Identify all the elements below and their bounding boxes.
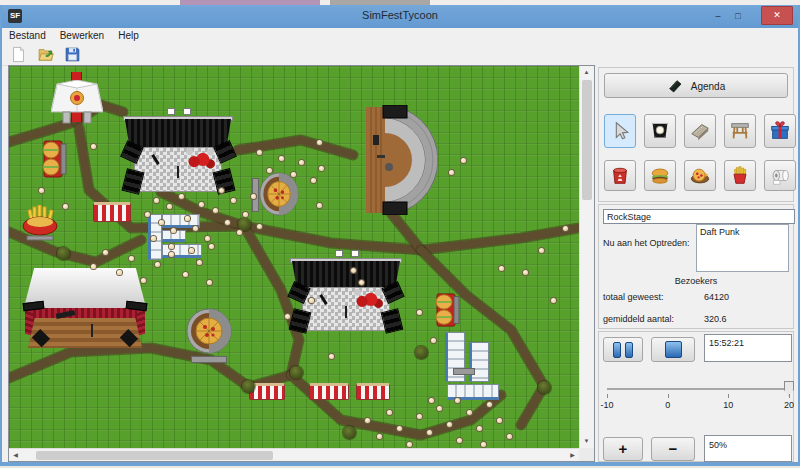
tool-select-button[interactable] [604, 114, 636, 148]
vertical-scroll-thumb[interactable] [582, 80, 592, 200]
tool-spotlight-button[interactable] [644, 114, 676, 148]
visitor-dot [243, 212, 248, 217]
close-button[interactable]: ✕ [761, 6, 793, 25]
info-group: Nu aan het Optreden: Daft Punk Bezoekers… [598, 204, 794, 329]
striped-stand[interactable] [93, 202, 131, 222]
title-bar[interactable]: SF SimFestTycoon – □ ✕ [2, 5, 798, 28]
visitor-dot [199, 202, 204, 207]
visitor-dot [237, 230, 242, 235]
toilet-v[interactable] [469, 342, 489, 382]
tool-gate-button[interactable] [724, 114, 756, 148]
stop-button[interactable] [651, 337, 695, 362]
main-stage[interactable] [286, 250, 406, 335]
visitor-dot [351, 268, 356, 273]
vertical-scrollbar[interactable]: ▲ ▼ [579, 66, 594, 448]
speed-slider[interactable]: -1001020 [607, 380, 789, 416]
tool-gift-button[interactable] [764, 114, 796, 148]
visitor-dot [154, 198, 159, 203]
stage-name-input[interactable] [603, 209, 795, 224]
visitor-dot [291, 172, 296, 177]
tool-burger-button[interactable] [644, 160, 676, 191]
scroll-left-icon[interactable]: ◀ [9, 449, 22, 462]
barn-stage[interactable] [23, 268, 147, 348]
zoom-out-button[interactable]: − [651, 437, 695, 461]
visitor-dot [467, 410, 472, 415]
visitor-dot [499, 266, 504, 271]
minimize-button[interactable]: – [709, 10, 727, 24]
visitor-dot [267, 168, 272, 173]
festival-map[interactable] [9, 66, 579, 448]
fries-stand[interactable] [21, 205, 61, 241]
cursor-icon [605, 120, 635, 142]
visitor-dot [257, 224, 262, 229]
visitor-dot [117, 270, 122, 275]
visitor-dot [539, 248, 544, 253]
visitor-dot [551, 298, 556, 303]
new-button[interactable] [8, 46, 28, 64]
visitor-dot [481, 442, 486, 447]
toilet-h[interactable] [162, 244, 202, 258]
menu-item-bestand[interactable]: Bestand [2, 28, 53, 41]
zoom-in-button[interactable]: + [603, 437, 643, 461]
scroll-up-icon[interactable]: ▲ [580, 66, 593, 79]
slider-tick-label: -10 [600, 400, 613, 410]
time-display: 15:52:21 [704, 334, 792, 362]
visitor-dot [279, 156, 284, 161]
tool-trash-button[interactable] [604, 160, 636, 191]
main-stage[interactable] [119, 108, 237, 196]
tool-fries-button[interactable] [724, 160, 756, 191]
menu-item-bewerken[interactable]: Bewerken [53, 28, 111, 41]
burger-stand[interactable] [429, 293, 463, 327]
slider-tick [728, 394, 729, 398]
save-button[interactable] [62, 46, 82, 64]
now-playing-list[interactable]: Daft Punk [696, 224, 789, 272]
toilet-h[interactable] [447, 384, 499, 400]
open-folder-icon [37, 51, 54, 66]
pizza-stand[interactable] [259, 172, 299, 216]
stop-icon [665, 341, 682, 358]
tool-road-button[interactable] [684, 114, 716, 148]
visitor-dot [329, 354, 334, 359]
new-file-icon [10, 51, 27, 66]
horizontal-scroll-thumb[interactable] [36, 451, 273, 460]
open-button[interactable] [35, 46, 55, 64]
tool-pizza-button[interactable] [684, 160, 716, 191]
striped-stand[interactable] [309, 383, 349, 400]
visitor-dot [309, 298, 314, 303]
spotlight-icon [645, 120, 675, 142]
maximize-button[interactable]: □ [729, 10, 747, 24]
pause-button[interactable] [603, 337, 643, 362]
plank[interactable] [191, 356, 227, 363]
tool-grid [599, 106, 793, 198]
visitor-dot [197, 260, 202, 265]
slider-tick-label: 20 [784, 400, 794, 410]
burger-icon [645, 165, 675, 187]
visitor-dot [417, 310, 422, 315]
horizontal-scrollbar[interactable]: ◀ ▶ [9, 448, 579, 461]
amphitheater[interactable] [353, 105, 437, 215]
toilet-paper-icon [765, 165, 795, 187]
visitor-dot [387, 410, 392, 415]
slider-track[interactable] [607, 388, 789, 390]
fries-icon [725, 165, 755, 187]
menu-item-help[interactable]: Help [111, 28, 146, 41]
visitor-dot [299, 160, 304, 165]
burger-stand[interactable] [36, 140, 70, 178]
visitor-dot [205, 236, 210, 241]
visitor-dot [437, 406, 442, 411]
plank[interactable] [453, 368, 475, 375]
pizza-icon [685, 165, 715, 187]
visitors-header: Bezoekers [599, 276, 793, 286]
scroll-right-icon[interactable]: ▶ [566, 449, 579, 462]
tool-toiletpaper-button[interactable] [764, 160, 796, 191]
trash-icon [605, 165, 635, 187]
entrance-tent[interactable] [51, 80, 103, 126]
visitor-dot [185, 216, 190, 221]
visitor-dot [257, 150, 262, 155]
pizza-stand[interactable] [186, 308, 232, 354]
visitor-dot [317, 140, 322, 145]
scroll-down-icon[interactable]: ▼ [580, 435, 593, 448]
visitor-dot [145, 212, 150, 217]
striped-stand[interactable] [356, 383, 390, 400]
agenda-button[interactable]: Agenda [604, 73, 788, 98]
